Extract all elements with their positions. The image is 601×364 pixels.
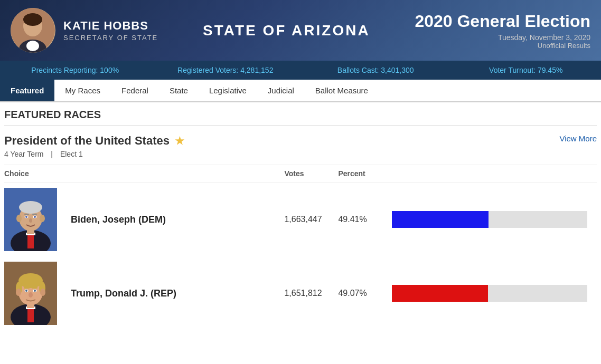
page-header: KATIE HOBBS SECRETARY OF STATE STATE OF … (0, 0, 601, 61)
bar-container-biden (392, 211, 587, 228)
svg-point-12 (16, 215, 22, 222)
svg-point-38 (29, 292, 33, 298)
view-more-link[interactable]: View More (559, 134, 597, 143)
svg-point-2 (23, 13, 42, 26)
choice-cell-biden: Biden, Joseph (DEM) (4, 183, 284, 257)
bar-cell-trump (392, 256, 597, 330)
trump-photo (4, 262, 57, 325)
secretary-text: KATIE HOBBS SECRETARY OF STATE (63, 19, 158, 42)
race-title: President of the United States ★ (4, 134, 184, 148)
col-bar (392, 165, 597, 183)
bar-fill-trump (392, 285, 488, 302)
election-status: Unofficial Results (415, 42, 590, 50)
svg-rect-37 (32, 287, 37, 289)
choice-cell-trump: Trump, Donald J. (REP) (4, 256, 284, 330)
votes-cell-trump: 1,651,812 (284, 256, 338, 330)
stats-bar: Precincts Reporting: 100% Registered Vot… (0, 61, 601, 80)
svg-point-30 (16, 289, 21, 296)
svg-point-11 (19, 201, 42, 214)
percent-cell-trump: 49.07% (338, 256, 392, 330)
avatar-image (11, 8, 55, 53)
nav-tabs: Featured My Races Federal State Legislat… (0, 80, 601, 102)
svg-point-4 (26, 41, 39, 51)
svg-rect-18 (24, 214, 29, 215)
svg-point-34 (25, 290, 27, 292)
svg-rect-19 (32, 214, 37, 215)
candidate-photo-biden (4, 188, 57, 251)
tab-my-races[interactable]: My Races (54, 80, 111, 101)
tab-featured[interactable]: Featured (0, 80, 54, 101)
state-section: STATE OF ARIZONA (158, 22, 415, 39)
stat-precincts: Precincts Reporting: 100% (0, 66, 151, 74)
svg-point-35 (34, 290, 36, 292)
state-title: STATE OF ARIZONA (158, 22, 415, 39)
tab-ballot-measure[interactable]: Ballot Measure (305, 80, 379, 101)
col-percent: Percent (338, 165, 392, 183)
candidates-table: Choice Votes Percent (4, 165, 597, 330)
secretary-name: KATIE HOBBS (63, 19, 158, 33)
votes-cell-biden: 1,663,447 (284, 183, 338, 257)
main-content: FEATURED RACES President of the United S… (0, 102, 601, 330)
svg-point-31 (40, 289, 45, 296)
election-date: Tuesday, November 3, 2020 (415, 33, 590, 42)
section-title: FEATURED RACES (4, 102, 597, 126)
election-title: 2020 General Election (415, 12, 590, 31)
bar-cell-biden (392, 183, 597, 257)
biden-photo (4, 188, 57, 251)
stat-ballots: Ballots Cast: 3,401,300 (300, 66, 451, 74)
stat-turnout: Voter Turnout: 79.45% (451, 66, 602, 74)
col-choice: Choice (4, 165, 284, 183)
col-votes: Votes (284, 165, 338, 183)
race-meta: 4 Year Term | Elect 1 (4, 150, 597, 165)
table-header-row: Choice Votes Percent (4, 165, 597, 183)
star-icon: ★ (175, 135, 184, 147)
candidate-name-biden: Biden, Joseph (DEM) (71, 214, 166, 225)
candidate-photo-trump (4, 262, 57, 325)
tab-judicial[interactable]: Judicial (257, 80, 305, 101)
svg-point-16 (25, 216, 27, 218)
svg-point-17 (34, 216, 36, 218)
percent-cell-biden: 49.41% (338, 183, 392, 257)
race-header: President of the United States ★ View Mo… (4, 126, 597, 150)
table-row: Biden, Joseph (DEM) 1,663,447 49.41% (4, 183, 597, 257)
bar-fill-biden (392, 211, 489, 228)
secretary-title: SECRETARY OF STATE (63, 34, 158, 42)
candidate-name-trump: Trump, Donald J. (REP) (71, 288, 176, 299)
tab-state[interactable]: State (159, 80, 199, 101)
svg-rect-36 (24, 287, 30, 289)
secretary-avatar (11, 8, 55, 53)
stat-registered: Registered Voters: 4,281,152 (151, 66, 301, 74)
election-info: 2020 General Election Tuesday, November … (415, 12, 590, 50)
bar-container-trump (392, 285, 587, 302)
table-row: Trump, Donald J. (REP) 1,651,812 49.07% (4, 256, 597, 330)
svg-point-27 (18, 273, 43, 288)
tab-legislative[interactable]: Legislative (199, 80, 257, 101)
svg-point-13 (40, 215, 45, 222)
svg-point-20 (29, 218, 32, 223)
secretary-info-section: KATIE HOBBS SECRETARY OF STATE (11, 8, 158, 53)
tab-federal[interactable]: Federal (111, 80, 159, 101)
